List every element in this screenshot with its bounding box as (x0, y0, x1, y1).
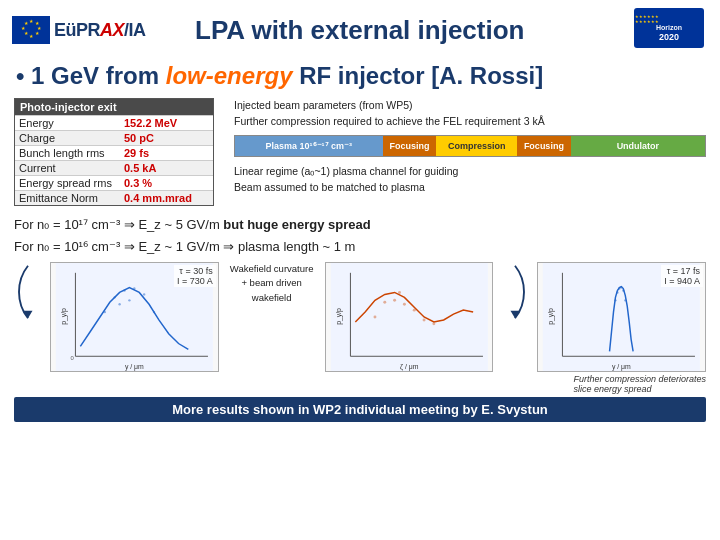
table-cell-label: Charge (15, 131, 120, 145)
header: ★ ★ ★ ★ ★ ★ ★ ★ EüPRAX/IA LPA with exter… (0, 0, 720, 58)
svg-text:2020: 2020 (659, 32, 679, 42)
footer-bar: More results shown in WP2 individual mee… (14, 397, 706, 422)
svg-point-25 (153, 311, 155, 313)
right-panel: Injected beam parameters (from WP5) Furt… (234, 98, 706, 206)
beam-segment: Compression (436, 136, 517, 156)
table-cell-value: 50 pC (120, 131, 158, 145)
svg-point-48 (617, 291, 619, 293)
main-content: Photo-injector exit Energy152.2 MeVCharg… (0, 96, 720, 210)
svg-text:ζ / μm: ζ / μm (400, 363, 419, 371)
svg-point-38 (432, 323, 435, 326)
bottom-note: Further compression deterioratesslice en… (0, 374, 720, 394)
table-cell-label: Current (15, 161, 120, 175)
svg-point-32 (383, 301, 386, 304)
svg-point-35 (412, 309, 415, 312)
svg-point-23 (128, 299, 130, 301)
bullet-prefix: • 1 GeV from (16, 62, 166, 89)
table-cell-value: 0.4 mm.mrad (120, 191, 196, 205)
table-cell-value: 0.3 % (120, 176, 156, 190)
table-cell-label: Energy (15, 116, 120, 130)
left-panel: Photo-injector exit Energy152.2 MeVCharg… (14, 98, 224, 206)
svg-point-49 (622, 290, 624, 292)
arrow-area (14, 262, 42, 322)
svg-point-24 (104, 311, 106, 313)
n-line: For n₀ = 10¹⁶ cm⁻³ ⇒ E_z ~ 1 GV/m ⇒ plas… (14, 236, 706, 258)
bullet-suffix: RF injector [A. Rossi] (292, 62, 543, 89)
curved-arrow-right-icon (501, 262, 529, 322)
n-line: For n₀ = 10¹⁷ cm⁻³ ⇒ E_z ~ 5 GV/m but hu… (14, 214, 706, 236)
injected-params: Injected beam parameters (from WP5) Furt… (234, 98, 706, 130)
graphs-row: p_y/p y / μm 0 τ = 30 fs I = 730 A Wakef… (0, 260, 720, 374)
svg-point-21 (143, 293, 145, 295)
table-cell-value: 0.5 kA (120, 161, 160, 175)
injected-line1: Injected beam parameters (from WP5) (234, 98, 706, 114)
table-row: Charge50 pC (15, 130, 213, 145)
svg-text:y / μm: y / μm (125, 363, 144, 371)
bullet-heading: • 1 GeV from low-energy RF injector [A. … (0, 58, 720, 96)
table-row: Emittance Norm0.4 mm.mrad (15, 190, 213, 205)
svg-text:y / μm: y / μm (612, 363, 631, 371)
svg-point-20 (133, 288, 135, 290)
svg-point-19 (123, 290, 125, 292)
svg-point-51 (624, 299, 626, 301)
table-cell-label: Emittance Norm (15, 191, 120, 205)
svg-text:p_y/p: p_y/p (547, 308, 555, 325)
arrow-right-area (501, 262, 529, 322)
photo-injector-table: Photo-injector exit Energy152.2 MeVCharg… (14, 98, 214, 206)
bullet-highlight: low-energy (166, 62, 293, 89)
horizon-logo: ★★★★★★ ★★★★★★ Horizon 2020 (634, 8, 704, 52)
svg-point-36 (373, 316, 376, 319)
table-row: Energy152.2 MeV (15, 115, 213, 130)
svg-rect-29 (330, 263, 487, 371)
svg-point-18 (114, 296, 116, 298)
table-cell-label: Energy spread rms (15, 176, 120, 190)
svg-point-34 (403, 303, 406, 306)
graph3-label: τ = 17 fs I = 940 A (661, 265, 703, 287)
svg-point-33 (393, 299, 396, 302)
table-cell-value: 29 fs (120, 146, 153, 160)
svg-point-50 (615, 299, 617, 301)
graph2-svg: p_y/p ζ / μm (326, 263, 493, 371)
injected-line2: Further compression required to achieve … (234, 114, 706, 130)
curved-arrow-icon (14, 262, 42, 322)
beam-segment: Focusing (383, 136, 437, 156)
svg-point-39 (398, 291, 401, 294)
table-row: Energy spread rms0.3 % (15, 175, 213, 190)
table-cell-value: 152.2 MeV (120, 116, 181, 130)
svg-text:Horizon: Horizon (656, 24, 682, 31)
linear-line1: Linear regime (a₀~1) plasma channel for … (234, 163, 706, 180)
graph3: p_y/p y / μm τ = 17 fs I = 940 A (537, 262, 706, 372)
svg-point-22 (118, 303, 120, 305)
beam-segment: Undulator (571, 136, 705, 156)
graph2: p_y/p ζ / μm (325, 262, 494, 372)
page-title: LPA with external injection (86, 15, 634, 46)
svg-text:p_y/p: p_y/p (60, 308, 68, 325)
table-row: Current0.5 kA (15, 160, 213, 175)
graph1: p_y/p y / μm 0 τ = 30 fs I = 730 A (50, 262, 219, 372)
svg-point-47 (621, 287, 623, 289)
linear-regime: Linear regime (a₀~1) plasma channel for … (234, 163, 706, 197)
wakefield-label-area: Wakefield curvature+ beam driven wakefie… (227, 262, 317, 305)
wakefield-label: Wakefield curvature+ beam driven wakefie… (227, 262, 317, 305)
svg-text:p_y/p: p_y/p (334, 308, 342, 325)
graph1-label: τ = 30 fs I = 730 A (174, 265, 216, 287)
svg-point-37 (422, 319, 425, 322)
table-header: Photo-injector exit (15, 99, 213, 115)
linear-line2: Beam assumed to be matched to plasma (234, 179, 706, 196)
beam-segment: Focusing (517, 136, 571, 156)
beam-segment: Plasma 10¹⁶⁻¹⁷ cm⁻³ (235, 136, 383, 156)
beam-bar: Plasma 10¹⁶⁻¹⁷ cm⁻³FocusingCompressionFo… (234, 135, 706, 157)
eu-flag-icon: ★ ★ ★ ★ ★ ★ ★ ★ (12, 16, 50, 44)
table-row: Bunch length rms29 fs (15, 145, 213, 160)
n-lines: For n₀ = 10¹⁷ cm⁻³ ⇒ E_z ~ 5 GV/m but hu… (0, 210, 720, 260)
table-cell-label: Bunch length rms (15, 146, 120, 160)
